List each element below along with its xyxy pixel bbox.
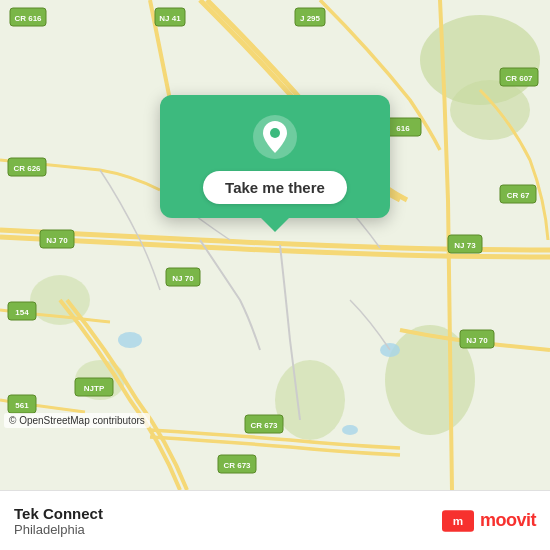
svg-point-4 [275,360,345,440]
svg-text:J 295: J 295 [300,14,321,23]
location-pin-icon [251,113,299,161]
osm-attribution: © OpenStreetMap contributors [4,413,150,428]
popup-card: Take me there [160,95,390,218]
svg-text:m: m [453,514,463,527]
take-me-there-button[interactable]: Take me there [203,171,347,204]
svg-text:NJ 70: NJ 70 [466,336,488,345]
svg-point-9 [342,425,358,435]
svg-point-45 [270,128,280,138]
svg-text:NJ 73: NJ 73 [454,241,476,250]
svg-text:CR 616: CR 616 [14,14,42,23]
svg-text:561: 561 [15,401,29,410]
svg-point-7 [118,332,142,348]
svg-text:NJTP: NJTP [84,384,105,393]
location-city: Philadelphia [14,522,103,537]
moovit-icon: m [442,505,474,537]
moovit-logo[interactable]: m moovit [442,505,536,537]
svg-text:CR 626: CR 626 [13,164,41,173]
svg-text:NJ 70: NJ 70 [46,236,68,245]
svg-text:CR 607: CR 607 [505,74,533,83]
location-name: Tek Connect [14,505,103,522]
location-info: Tek Connect Philadelphia [14,505,103,537]
svg-text:616: 616 [396,124,410,133]
svg-point-2 [450,80,530,140]
bottom-bar: Tek Connect Philadelphia m moovit [0,490,550,550]
svg-text:NJ 41: NJ 41 [159,14,181,23]
svg-text:NJ 70: NJ 70 [172,274,194,283]
moovit-text: moovit [480,510,536,531]
svg-text:154: 154 [15,308,29,317]
svg-text:CR 673: CR 673 [250,421,278,430]
svg-text:CR 67: CR 67 [507,191,530,200]
svg-text:CR 673: CR 673 [223,461,251,470]
map-container[interactable]: CR 616 NJ 41 J 295 I 295 616 CR 626 NJ 7… [0,0,550,490]
